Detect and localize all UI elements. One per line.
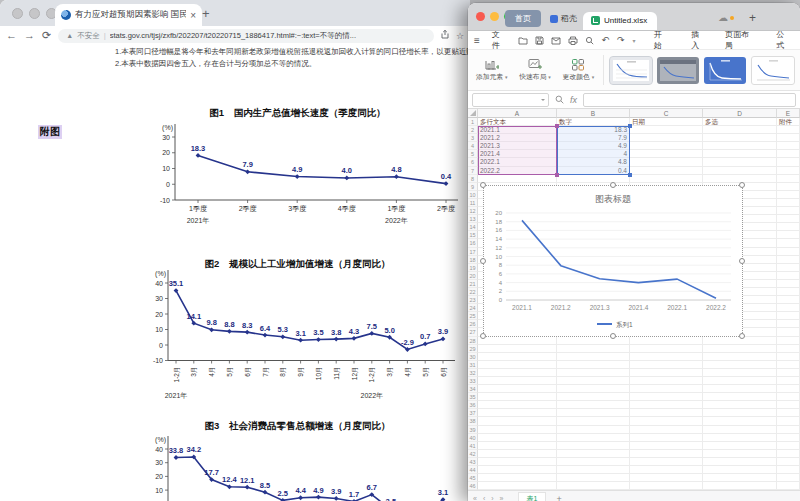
cell[interactable] — [557, 353, 630, 361]
cell[interactable] — [777, 361, 800, 369]
cell[interactable]: 多选 — [703, 118, 777, 126]
cell[interactable] — [777, 401, 800, 409]
cell[interactable]: 4.8 — [557, 158, 630, 166]
row-header[interactable]: 6 — [468, 158, 478, 166]
cell[interactable] — [777, 191, 800, 199]
close-window-icon[interactable] — [476, 12, 485, 21]
row-header[interactable]: 21 — [468, 280, 478, 288]
cell[interactable] — [777, 434, 800, 442]
cell[interactable] — [777, 223, 800, 231]
column-header-A[interactable]: A — [478, 109, 557, 118]
cell[interactable] — [777, 272, 800, 280]
cell[interactable]: 0.4 — [557, 167, 630, 175]
row-header[interactable]: 44 — [468, 466, 478, 474]
cell[interactable]: 多行文本 — [478, 118, 557, 126]
name-box[interactable] — [472, 93, 549, 107]
sheet-nav-next-icon[interactable]: › — [491, 495, 495, 501]
cell[interactable] — [630, 458, 703, 466]
row-header[interactable]: 1 — [468, 118, 478, 126]
export-icon[interactable] — [551, 36, 561, 45]
cell[interactable] — [703, 167, 777, 175]
cell[interactable] — [777, 239, 800, 247]
cell[interactable] — [777, 320, 800, 328]
row-header[interactable]: 40 — [468, 434, 478, 442]
cell[interactable] — [557, 458, 630, 466]
cell[interactable] — [557, 482, 630, 490]
row-header[interactable]: 43 — [468, 458, 478, 466]
cell[interactable] — [777, 150, 800, 158]
row-header[interactable]: 26 — [468, 320, 478, 328]
cell[interactable] — [777, 134, 800, 142]
tab-close-icon[interactable]: × — [190, 10, 196, 21]
cell[interactable] — [630, 167, 703, 175]
cell[interactable] — [777, 482, 800, 490]
cell[interactable]: 2021.4 — [478, 150, 557, 158]
select-all-corner[interactable] — [468, 109, 478, 118]
cell[interactable] — [557, 466, 630, 474]
redo-icon[interactable]: ↷ — [617, 35, 625, 45]
row-header[interactable]: 7 — [468, 167, 478, 175]
row-header[interactable]: 36 — [468, 401, 478, 409]
menu-formulas[interactable]: 公式 — [772, 29, 794, 51]
cell[interactable] — [777, 288, 800, 296]
cell[interactable] — [703, 434, 777, 442]
cell[interactable] — [777, 409, 800, 417]
chart-resize-handle[interactable] — [480, 333, 486, 339]
cell[interactable] — [557, 377, 630, 385]
cell[interactable] — [777, 417, 800, 425]
cell[interactable] — [478, 482, 557, 490]
print-preview-icon[interactable] — [585, 36, 594, 45]
sheet-tab[interactable]: 表1 — [518, 492, 547, 501]
column-header-D[interactable]: D — [703, 109, 777, 118]
cell[interactable] — [630, 442, 703, 450]
cell[interactable] — [777, 199, 800, 207]
cell[interactable] — [557, 474, 630, 482]
cell[interactable] — [703, 458, 777, 466]
chart-resize-handle[interactable] — [739, 182, 745, 188]
cell[interactable] — [478, 442, 557, 450]
forward-icon[interactable]: → — [24, 30, 35, 41]
cell[interactable] — [478, 345, 557, 353]
row-header[interactable]: 23 — [468, 296, 478, 304]
cell[interactable] — [703, 482, 777, 490]
cell[interactable] — [703, 385, 777, 393]
spreadsheet-grid[interactable]: ABCDE1多行文本数字日期多选附件22021.118.332021.27.94… — [468, 109, 800, 490]
row-header[interactable]: 9 — [468, 183, 478, 191]
embedded-chart-object[interactable]: 图表标题201816141210864202021.12021.22021.32… — [483, 185, 743, 337]
row-header[interactable]: 2 — [468, 126, 478, 134]
cell[interactable] — [703, 442, 777, 450]
cell[interactable] — [777, 167, 800, 175]
cell[interactable] — [777, 369, 800, 377]
cell[interactable] — [557, 409, 630, 417]
cell[interactable] — [703, 142, 777, 150]
selection-handle[interactable] — [628, 124, 632, 128]
add-sheet-button[interactable]: + — [556, 494, 561, 501]
cell[interactable] — [478, 361, 557, 369]
row-header[interactable]: 34 — [468, 385, 478, 393]
cell[interactable] — [703, 158, 777, 166]
sheet-nav-last-icon[interactable]: » — [500, 495, 506, 501]
toolbar-more-caret-icon[interactable]: ▾ — [633, 37, 636, 44]
row-header[interactable]: 10 — [468, 191, 478, 199]
cell[interactable] — [777, 393, 800, 401]
cell[interactable] — [777, 126, 800, 134]
cell[interactable] — [703, 426, 777, 434]
cell[interactable] — [630, 345, 703, 353]
cell[interactable] — [630, 417, 703, 425]
cell[interactable] — [478, 353, 557, 361]
row-header[interactable]: 19 — [468, 264, 478, 272]
cell[interactable] — [478, 385, 557, 393]
minimize-window-icon[interactable] — [29, 8, 40, 19]
row-header[interactable]: 12 — [468, 207, 478, 215]
cell[interactable] — [777, 450, 800, 458]
sheet-nav-prev-icon[interactable]: ‹ — [483, 495, 487, 501]
minimize-window-icon[interactable] — [490, 12, 499, 21]
cell[interactable] — [478, 393, 557, 401]
selection-handle[interactable] — [628, 173, 632, 177]
chart-resize-handle[interactable] — [739, 333, 745, 339]
cell[interactable] — [478, 409, 557, 417]
cell[interactable]: 2021.1 — [478, 126, 557, 134]
cell[interactable] — [630, 175, 703, 183]
row-header[interactable]: 5 — [468, 150, 478, 158]
cell[interactable] — [478, 401, 557, 409]
